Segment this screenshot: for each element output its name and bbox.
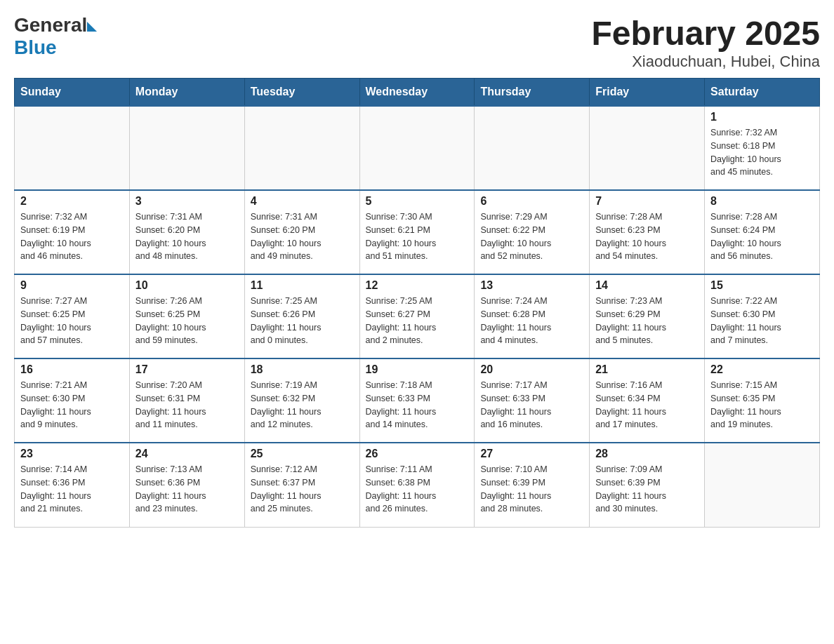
day-cell-w5-d7: [705, 443, 820, 527]
logo-arrow-icon: [87, 22, 97, 32]
col-thursday: Thursday: [475, 79, 590, 107]
day-number: 4: [251, 195, 354, 208]
day-cell-w4-d2: 17Sunrise: 7:20 AMSunset: 6:31 PMDayligh…: [129, 358, 244, 443]
day-info: Sunrise: 7:12 AMSunset: 6:37 PMDaylight:…: [251, 463, 354, 516]
day-info: Sunrise: 7:16 AMSunset: 6:34 PMDaylight:…: [595, 379, 699, 431]
day-number: 22: [710, 363, 814, 376]
day-cell-w4-d7: 22Sunrise: 7:15 AMSunset: 6:35 PMDayligh…: [705, 358, 820, 443]
day-cell-w4-d3: 18Sunrise: 7:19 AMSunset: 6:32 PMDayligh…: [244, 358, 359, 443]
day-cell-w1-d4: [359, 106, 475, 190]
day-cell-w3-d5: 13Sunrise: 7:24 AMSunset: 6:28 PMDayligh…: [475, 274, 590, 358]
day-number: 12: [366, 279, 469, 292]
day-cell-w4-d6: 21Sunrise: 7:16 AMSunset: 6:34 PMDayligh…: [590, 358, 705, 443]
day-cell-w3-d7: 15Sunrise: 7:22 AMSunset: 6:30 PMDayligh…: [705, 274, 820, 358]
day-number: 1: [710, 111, 814, 123]
day-number: 21: [595, 363, 699, 376]
day-cell-w5-d3: 25Sunrise: 7:12 AMSunset: 6:37 PMDayligh…: [244, 443, 359, 527]
calendar-table: Sunday Monday Tuesday Wednesday Thursday…: [14, 78, 820, 528]
day-info: Sunrise: 7:32 AMSunset: 6:19 PMDaylight:…: [20, 210, 124, 263]
day-info: Sunrise: 7:18 AMSunset: 6:33 PMDaylight:…: [366, 379, 469, 431]
day-cell-w5-d2: 24Sunrise: 7:13 AMSunset: 6:36 PMDayligh…: [129, 443, 244, 527]
day-number: 3: [135, 195, 239, 208]
day-number: 27: [480, 448, 583, 460]
day-number: 23: [20, 448, 124, 460]
day-cell-w5-d6: 28Sunrise: 7:09 AMSunset: 6:39 PMDayligh…: [590, 443, 705, 527]
day-info: Sunrise: 7:11 AMSunset: 6:38 PMDaylight:…: [366, 463, 469, 516]
week-row-3: 9Sunrise: 7:27 AMSunset: 6:25 PMDaylight…: [15, 274, 820, 358]
day-cell-w4-d5: 20Sunrise: 7:17 AMSunset: 6:33 PMDayligh…: [475, 358, 590, 443]
day-number: 18: [251, 363, 354, 376]
day-info: Sunrise: 7:19 AMSunset: 6:32 PMDaylight:…: [251, 379, 354, 431]
day-info: Sunrise: 7:09 AMSunset: 6:39 PMDaylight:…: [595, 463, 699, 516]
day-cell-w2-d5: 6Sunrise: 7:29 AMSunset: 6:22 PMDaylight…: [475, 190, 590, 274]
week-row-5: 23Sunrise: 7:14 AMSunset: 6:36 PMDayligh…: [15, 443, 820, 527]
day-number: 24: [135, 448, 239, 460]
day-number: 17: [135, 363, 239, 376]
day-cell-w3-d4: 12Sunrise: 7:25 AMSunset: 6:27 PMDayligh…: [359, 274, 475, 358]
day-number: 28: [595, 448, 699, 460]
day-cell-w1-d2: [129, 106, 244, 190]
day-number: 2: [20, 195, 124, 208]
day-number: 10: [135, 279, 239, 292]
col-saturday: Saturday: [705, 79, 820, 107]
day-info: Sunrise: 7:26 AMSunset: 6:25 PMDaylight:…: [135, 295, 239, 347]
day-info: Sunrise: 7:15 AMSunset: 6:35 PMDaylight:…: [710, 379, 814, 431]
day-info: Sunrise: 7:31 AMSunset: 6:20 PMDaylight:…: [251, 210, 354, 263]
day-cell-w3-d2: 10Sunrise: 7:26 AMSunset: 6:25 PMDayligh…: [129, 274, 244, 358]
day-number: 20: [480, 363, 583, 376]
day-cell-w4-d1: 16Sunrise: 7:21 AMSunset: 6:30 PMDayligh…: [15, 358, 130, 443]
day-number: 15: [710, 279, 814, 292]
day-cell-w2-d7: 8Sunrise: 7:28 AMSunset: 6:24 PMDaylight…: [705, 190, 820, 274]
day-info: Sunrise: 7:28 AMSunset: 6:24 PMDaylight:…: [710, 210, 814, 263]
day-cell-w1-d7: 1Sunrise: 7:32 AMSunset: 6:18 PMDaylight…: [705, 106, 820, 190]
day-number: 6: [480, 195, 583, 208]
day-info: Sunrise: 7:25 AMSunset: 6:26 PMDaylight:…: [251, 295, 354, 347]
day-number: 9: [20, 279, 124, 292]
calendar-header-row: Sunday Monday Tuesday Wednesday Thursday…: [15, 79, 820, 107]
day-number: 11: [251, 279, 354, 292]
day-info: Sunrise: 7:21 AMSunset: 6:30 PMDaylight:…: [20, 379, 124, 431]
day-number: 25: [251, 448, 354, 460]
day-cell-w5-d5: 27Sunrise: 7:10 AMSunset: 6:39 PMDayligh…: [475, 443, 590, 527]
week-row-4: 16Sunrise: 7:21 AMSunset: 6:30 PMDayligh…: [15, 358, 820, 443]
day-number: 8: [710, 195, 814, 208]
day-info: Sunrise: 7:29 AMSunset: 6:22 PMDaylight:…: [480, 210, 583, 263]
day-cell-w2-d2: 3Sunrise: 7:31 AMSunset: 6:20 PMDaylight…: [129, 190, 244, 274]
day-cell-w2-d3: 4Sunrise: 7:31 AMSunset: 6:20 PMDaylight…: [244, 190, 359, 274]
week-row-2: 2Sunrise: 7:32 AMSunset: 6:19 PMDaylight…: [15, 190, 820, 274]
col-friday: Friday: [590, 79, 705, 107]
day-cell-w3-d6: 14Sunrise: 7:23 AMSunset: 6:29 PMDayligh…: [590, 274, 705, 358]
day-cell-w1-d3: [244, 106, 359, 190]
day-info: Sunrise: 7:23 AMSunset: 6:29 PMDaylight:…: [595, 295, 699, 347]
col-wednesday: Wednesday: [359, 79, 475, 107]
day-cell-w5-d1: 23Sunrise: 7:14 AMSunset: 6:36 PMDayligh…: [15, 443, 130, 527]
day-cell-w1-d1: [15, 106, 130, 190]
day-info: Sunrise: 7:20 AMSunset: 6:31 PMDaylight:…: [135, 379, 239, 431]
logo: General Blue: [14, 14, 97, 59]
day-info: Sunrise: 7:14 AMSunset: 6:36 PMDaylight:…: [20, 463, 124, 516]
day-cell-w3-d1: 9Sunrise: 7:27 AMSunset: 6:25 PMDaylight…: [15, 274, 130, 358]
day-info: Sunrise: 7:22 AMSunset: 6:30 PMDaylight:…: [710, 295, 814, 347]
day-number: 13: [480, 279, 583, 292]
day-info: Sunrise: 7:31 AMSunset: 6:20 PMDaylight:…: [135, 210, 239, 263]
col-tuesday: Tuesday: [244, 79, 359, 107]
day-info: Sunrise: 7:27 AMSunset: 6:25 PMDaylight:…: [20, 295, 124, 347]
day-cell-w2-d1: 2Sunrise: 7:32 AMSunset: 6:19 PMDaylight…: [15, 190, 130, 274]
day-number: 16: [20, 363, 124, 376]
calendar-month-year: February 2025: [591, 14, 820, 53]
logo-blue-text: Blue: [14, 36, 97, 59]
col-monday: Monday: [129, 79, 244, 107]
day-info: Sunrise: 7:25 AMSunset: 6:27 PMDaylight:…: [366, 295, 469, 347]
calendar-title-block: February 2025 Xiaoduchuan, Hubei, China: [591, 14, 820, 71]
logo-general-text: General: [14, 14, 87, 36]
day-cell-w5-d4: 26Sunrise: 7:11 AMSunset: 6:38 PMDayligh…: [359, 443, 475, 527]
day-info: Sunrise: 7:17 AMSunset: 6:33 PMDaylight:…: [480, 379, 583, 431]
day-info: Sunrise: 7:10 AMSunset: 6:39 PMDaylight:…: [480, 463, 583, 516]
day-info: Sunrise: 7:13 AMSunset: 6:36 PMDaylight:…: [135, 463, 239, 516]
day-info: Sunrise: 7:30 AMSunset: 6:21 PMDaylight:…: [366, 210, 469, 263]
day-number: 5: [366, 195, 469, 208]
day-cell-w4-d4: 19Sunrise: 7:18 AMSunset: 6:33 PMDayligh…: [359, 358, 475, 443]
day-info: Sunrise: 7:28 AMSunset: 6:23 PMDaylight:…: [595, 210, 699, 263]
week-row-1: 1Sunrise: 7:32 AMSunset: 6:18 PMDaylight…: [15, 106, 820, 190]
day-number: 19: [366, 363, 469, 376]
